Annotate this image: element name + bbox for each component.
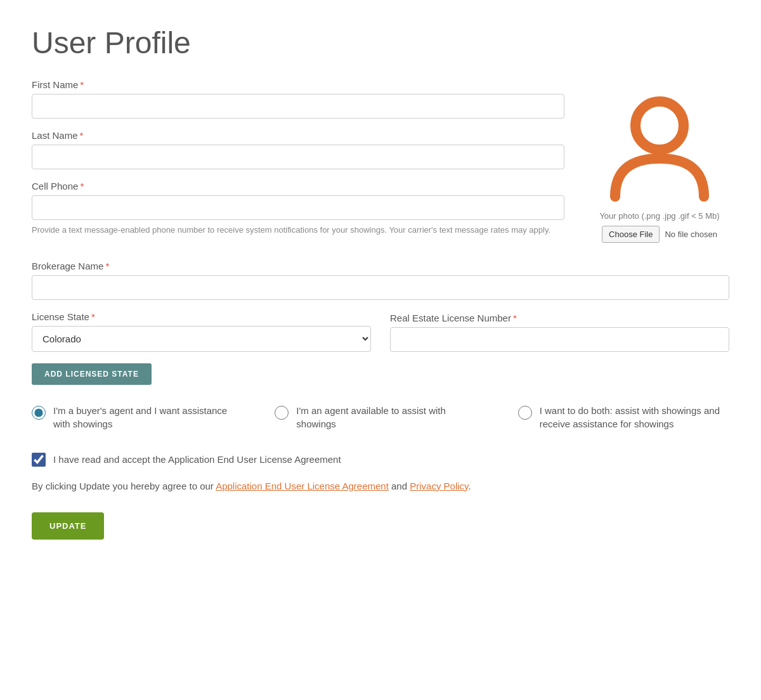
license-state-label: License State* <box>32 311 371 322</box>
avatar-icon <box>602 89 717 203</box>
photo-hint: Your photo (.png .jpg .gif < 5 Mb) <box>599 211 719 221</box>
radio-both[interactable] <box>518 406 532 420</box>
choose-file-button[interactable]: Choose File <box>602 226 660 243</box>
license-number-label: Real Estate License Number* <box>390 313 729 323</box>
radio-option-assist-agent[interactable]: I'm an agent available to assist with sh… <box>275 404 486 431</box>
eula-checkbox[interactable] <box>32 453 46 467</box>
avatar-container <box>599 86 720 206</box>
add-licensed-state-button[interactable]: ADD LICENSED STATE <box>32 363 152 385</box>
agreement-text: By clicking Update you hereby agree to o… <box>32 479 729 494</box>
license-state-select[interactable]: Colorado Alabama Alaska Arizona Arkansas… <box>32 326 371 352</box>
brokerage-name-input[interactable] <box>32 275 729 300</box>
eula-checkbox-label: I have read and accept the Application E… <box>53 454 341 465</box>
update-button[interactable]: UPDATE <box>32 512 104 540</box>
license-number-input[interactable] <box>390 327 729 352</box>
radio-option-buyer-agent[interactable]: I'm a buyer's agent and I want assistanc… <box>32 404 243 431</box>
radio-both-label: I want to do both: assist with showings … <box>540 404 729 431</box>
no-file-text: No file chosen <box>665 230 717 239</box>
radio-buyer-agent-label: I'm a buyer's agent and I want assistanc… <box>53 404 243 431</box>
privacy-policy-link[interactable]: Privacy Policy <box>410 481 468 491</box>
first-name-label: First Name* <box>32 79 564 90</box>
brokerage-name-label: Brokerage Name* <box>32 261 729 271</box>
radio-assist-agent[interactable] <box>275 406 289 420</box>
first-name-input[interactable] <box>32 94 564 119</box>
cell-phone-hint: Provide a text message-enabled phone num… <box>32 224 564 237</box>
radio-option-both[interactable]: I want to do both: assist with showings … <box>518 404 729 431</box>
svg-point-0 <box>635 101 684 150</box>
cell-phone-label: Cell Phone* <box>32 181 564 191</box>
radio-assist-agent-label: I'm an agent available to assist with sh… <box>296 404 486 431</box>
eula-link[interactable]: Application End User License Agreement <box>216 481 389 491</box>
cell-phone-input[interactable] <box>32 195 564 220</box>
last-name-input[interactable] <box>32 145 564 169</box>
page-title: User Profile <box>32 25 729 60</box>
last-name-label: Last Name* <box>32 130 564 141</box>
radio-buyer-agent[interactable] <box>32 406 46 420</box>
